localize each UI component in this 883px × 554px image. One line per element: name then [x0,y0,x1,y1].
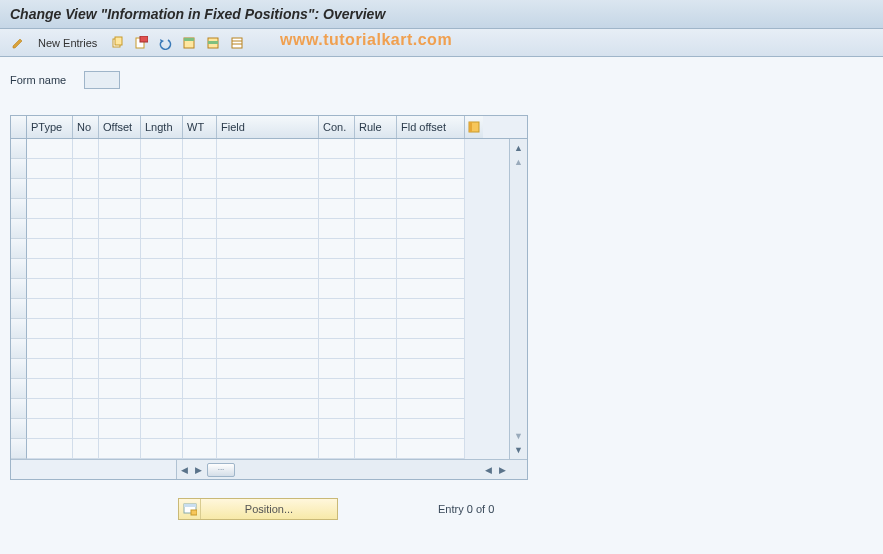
table-cell[interactable] [141,139,183,159]
table-cell[interactable] [319,419,355,439]
row-selector[interactable] [11,379,27,399]
table-cell[interactable] [319,259,355,279]
select-column-header[interactable] [11,116,27,138]
select-block-icon[interactable] [203,33,223,53]
table-cell[interactable] [73,379,99,399]
table-cell[interactable] [73,319,99,339]
row-selector[interactable] [11,219,27,239]
new-entries-button[interactable]: New Entries [32,35,103,51]
table-cell[interactable] [73,439,99,459]
table-cell[interactable] [27,439,73,459]
hscroll-left-icon[interactable]: ◀ [177,463,191,477]
table-cell[interactable] [355,279,397,299]
table-cell[interactable] [99,299,141,319]
table-cell[interactable] [355,419,397,439]
table-cell[interactable] [217,319,319,339]
table-cell[interactable] [355,439,397,459]
table-cell[interactable] [355,199,397,219]
row-selector[interactable] [11,299,27,319]
table-cell[interactable] [99,439,141,459]
table-cell[interactable] [183,259,217,279]
table-cell[interactable] [183,379,217,399]
table-cell[interactable] [355,299,397,319]
table-cell[interactable] [141,379,183,399]
hscroll-left2-icon[interactable]: ◀ [481,463,495,477]
table-cell[interactable] [73,199,99,219]
table-cell[interactable] [319,159,355,179]
col-lngth[interactable]: Lngth [141,116,183,138]
table-cell[interactable] [217,339,319,359]
table-cell[interactable] [73,239,99,259]
table-cell[interactable] [217,419,319,439]
table-cell[interactable] [319,239,355,259]
table-cell[interactable] [27,139,73,159]
table-cell[interactable] [183,239,217,259]
table-cell[interactable] [217,379,319,399]
table-cell[interactable] [99,179,141,199]
table-cell[interactable] [183,399,217,419]
vertical-scrollbar[interactable]: ▲ ▲ ▼ ▼ [509,139,527,459]
table-cell[interactable] [319,279,355,299]
table-cell[interactable] [319,139,355,159]
undo-icon[interactable] [155,33,175,53]
delete-icon[interactable] [131,33,151,53]
table-cell[interactable] [397,379,465,399]
scroll-up2-icon[interactable]: ▲ [512,155,526,169]
table-cell[interactable] [355,239,397,259]
row-selector[interactable] [11,319,27,339]
col-fld-offset[interactable]: Fld offset [397,116,465,138]
table-cell[interactable] [27,319,73,339]
table-cell[interactable] [141,359,183,379]
table-cell[interactable] [99,399,141,419]
row-selector[interactable] [11,259,27,279]
table-cell[interactable] [319,379,355,399]
table-cell[interactable] [217,279,319,299]
table-cell[interactable] [183,139,217,159]
hscroll-right-icon[interactable]: ▶ [191,463,205,477]
table-cell[interactable] [217,159,319,179]
table-cell[interactable] [99,319,141,339]
row-selector[interactable] [11,139,27,159]
table-cell[interactable] [73,159,99,179]
table-cell[interactable] [397,339,465,359]
table-cell[interactable] [217,359,319,379]
table-cell[interactable] [397,359,465,379]
table-cell[interactable] [73,339,99,359]
table-cell[interactable] [27,199,73,219]
table-cell[interactable] [183,439,217,459]
col-ptype[interactable]: PType [27,116,73,138]
table-cell[interactable] [355,359,397,379]
table-cell[interactable] [319,219,355,239]
table-cell[interactable] [319,439,355,459]
table-cell[interactable] [217,219,319,239]
row-selector[interactable] [11,359,27,379]
table-cell[interactable] [217,399,319,419]
table-cell[interactable] [397,199,465,219]
table-cell[interactable] [27,279,73,299]
table-cell[interactable] [99,339,141,359]
row-selector[interactable] [11,279,27,299]
table-cell[interactable] [99,139,141,159]
select-all-icon[interactable] [179,33,199,53]
table-cell[interactable] [141,199,183,219]
hscroll-right2-icon[interactable]: ▶ [495,463,509,477]
table-cell[interactable] [397,419,465,439]
row-selector[interactable] [11,419,27,439]
row-selector[interactable] [11,339,27,359]
table-cell[interactable] [183,299,217,319]
table-cell[interactable] [141,299,183,319]
col-field[interactable]: Field [217,116,319,138]
table-cell[interactable] [183,179,217,199]
table-cell[interactable] [319,199,355,219]
table-cell[interactable] [319,299,355,319]
table-cell[interactable] [217,259,319,279]
scroll-down-icon[interactable]: ▼ [512,443,526,457]
row-selector[interactable] [11,399,27,419]
table-cell[interactable] [141,399,183,419]
pencil-icon[interactable] [8,33,28,53]
table-cell[interactable] [141,259,183,279]
table-cell[interactable] [99,419,141,439]
table-cell[interactable] [319,339,355,359]
table-cell[interactable] [141,439,183,459]
table-cell[interactable] [397,399,465,419]
